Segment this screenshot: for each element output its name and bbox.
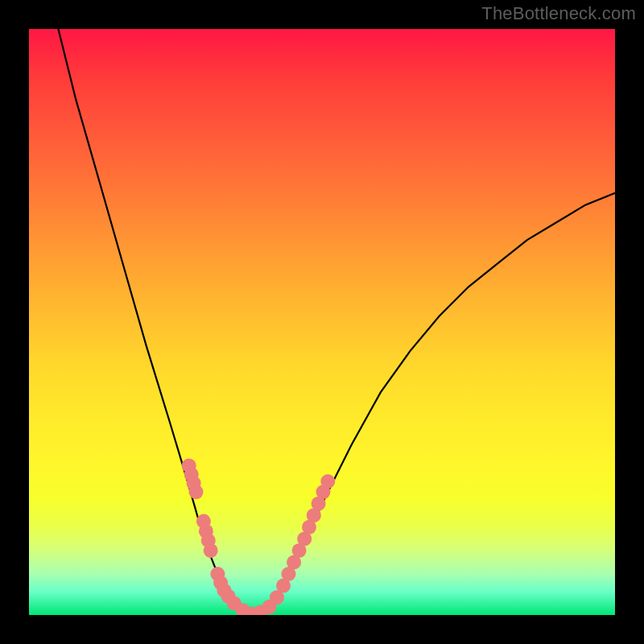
marker-group [182,458,336,615]
marker-dot [213,576,228,590]
marker-dot [282,567,296,581]
marker-dot [270,590,284,605]
marker-dot [307,508,321,522]
marker-dot [221,589,236,604]
marker-dot [292,543,307,558]
marker-dot [217,583,231,597]
marker-dot [201,534,216,548]
outer-frame: TheBottleneck.com [0,0,644,644]
marker-dot [210,567,225,581]
marker-dot [196,514,211,529]
marker-dot [302,520,316,535]
bottleneck-curve [58,29,615,615]
marker-dot [245,607,259,616]
marker-dot [199,524,213,539]
marker-dot [276,579,291,593]
marker-dot [287,555,301,570]
chart-svg [29,29,615,615]
marker-dot [320,474,335,489]
marker-dot [184,467,199,481]
marker-dot [187,476,201,490]
marker-dot [189,485,204,499]
plot-area [29,29,615,615]
marker-dot [204,543,218,558]
marker-dot [262,600,277,614]
marker-dot [312,497,326,511]
marker-dot [182,458,196,473]
marker-dot [236,603,250,615]
marker-dot [316,485,331,499]
marker-dot [227,596,242,610]
watermark-text: TheBottleneck.com [481,3,636,24]
marker-dot [297,531,312,546]
marker-dot [254,605,268,615]
